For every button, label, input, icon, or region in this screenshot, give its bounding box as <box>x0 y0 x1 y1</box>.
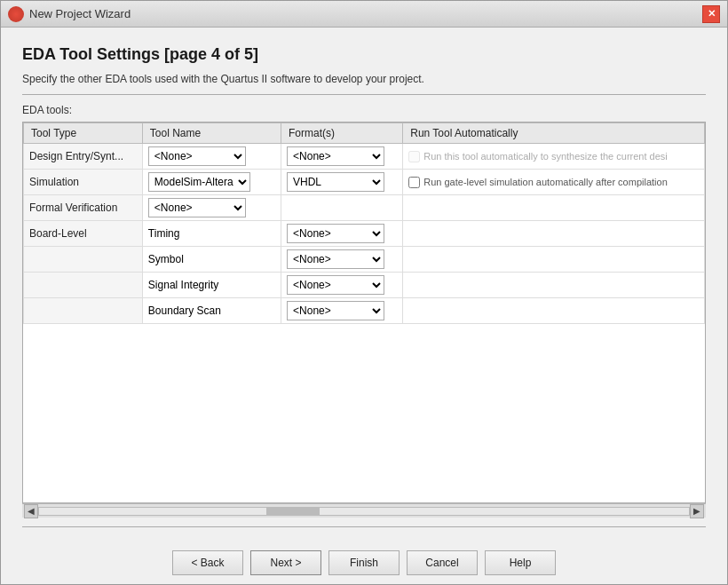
run-auto-label-1: Run this tool automatically to synthesiz… <box>408 151 699 162</box>
title-bar: New Project Wizard ✕ <box>1 1 727 28</box>
design-entry-formats-select[interactable]: <None> <box>287 146 384 166</box>
table-row: Boundary Scan <None> <box>24 298 705 324</box>
main-window: New Project Wizard ✕ EDA Tool Settings [… <box>0 0 728 585</box>
separator-top <box>22 94 706 95</box>
cell-formats: <None> <box>281 247 403 273</box>
table-row: Formal Verification <None> <box>24 195 705 221</box>
cell-formats <box>281 195 403 221</box>
content-area: EDA Tool Settings [page 4 of 5] Specify … <box>1 28 727 542</box>
cell-tool-name: Timing <box>142 221 281 247</box>
signal-integrity-formats-select[interactable]: <None> <box>287 275 384 295</box>
simulation-tool-select[interactable]: ModelSim-Altera <None> <box>148 172 250 192</box>
cell-formats: <None> <box>281 144 403 170</box>
description-text: Specify the other EDA tools used with th… <box>22 73 706 85</box>
cell-tool-name: Boundary Scan <box>142 298 281 324</box>
cell-tool-name: ModelSim-Altera <None> <box>142 170 281 195</box>
back-button[interactable]: < Back <box>172 550 243 575</box>
cell-run-auto <box>403 195 705 221</box>
cell-tool-name: <None> <box>142 144 281 170</box>
cell-tool-type: Board-Level <box>24 221 143 247</box>
cell-tool-type: Formal Verification <box>24 195 143 221</box>
eda-tools-table-container: Tool Type Tool Name Format(s) Run Tool A… <box>22 122 706 503</box>
cell-tool-type: Design Entry/Synt... <box>24 144 143 170</box>
cell-formats: VHDL <None> <box>281 170 403 195</box>
symbol-formats-select[interactable]: <None> <box>287 249 384 269</box>
cell-run-auto <box>403 221 705 247</box>
cell-tool-name: <None> <box>142 195 281 221</box>
cell-run-auto <box>403 298 705 324</box>
cell-tool-type: Simulation <box>24 170 143 195</box>
formal-tool-select[interactable]: <None> <box>148 198 246 217</box>
table-row: Design Entry/Synt... <None> < <box>24 144 705 170</box>
cell-run-auto: Run gate-level simulation automatically … <box>403 170 705 195</box>
run-auto-check-1[interactable] <box>408 151 420 162</box>
col-formats: Format(s) <box>281 123 403 144</box>
table-row: Symbol <None> <box>24 247 705 273</box>
table-header-row: Tool Type Tool Name Format(s) Run Tool A… <box>24 123 705 144</box>
cancel-button[interactable]: Cancel <box>407 550 478 575</box>
horizontal-scrollbar[interactable]: ◀ ▶ <box>22 503 706 518</box>
cell-formats: <None> <box>281 221 403 247</box>
col-tool-type: Tool Type <box>24 123 143 144</box>
cell-run-auto <box>403 247 705 273</box>
separator-bottom <box>22 526 706 527</box>
finish-button[interactable]: Finish <box>328 550 400 575</box>
boundary-scan-formats-select[interactable]: <None> <box>287 301 384 320</box>
table-row: Board-Level Timing <None> <box>24 221 705 247</box>
run-auto-check-2[interactable] <box>408 177 420 188</box>
next-button[interactable]: Next > <box>250 550 321 575</box>
title-bar-left: New Project Wizard <box>8 6 131 22</box>
scroll-track[interactable] <box>38 507 690 516</box>
run-auto-label-2: Run gate-level simulation automatically … <box>408 177 699 188</box>
col-tool-name: Tool Name <box>142 123 281 144</box>
help-button[interactable]: Help <box>485 550 556 575</box>
scroll-thumb[interactable] <box>266 507 320 516</box>
cell-tool-type <box>24 247 143 273</box>
eda-tools-table: Tool Type Tool Name Format(s) Run Tool A… <box>23 123 705 324</box>
table-row: Signal Integrity <None> <box>24 273 705 298</box>
cell-tool-name: Signal Integrity <box>142 273 281 298</box>
page-title: EDA Tool Settings [page 4 of 5] <box>22 45 706 64</box>
col-run-auto: Run Tool Automatically <box>403 123 705 144</box>
app-icon <box>8 6 24 22</box>
close-button[interactable]: ✕ <box>702 5 720 23</box>
cell-tool-type <box>24 273 143 298</box>
cell-tool-name: Symbol <box>142 247 281 273</box>
scroll-right-arrow[interactable]: ▶ <box>690 504 704 518</box>
scroll-left-arrow[interactable]: ◀ <box>24 504 38 518</box>
cell-run-auto <box>403 273 705 298</box>
cell-formats: <None> <box>281 298 403 324</box>
cell-formats: <None> <box>281 273 403 298</box>
timing-formats-select[interactable]: <None> <box>287 224 384 243</box>
design-entry-tool-select[interactable]: <None> <box>148 146 246 166</box>
cell-tool-type <box>24 298 143 324</box>
table-row: Simulation ModelSim-Altera <None> <box>24 170 705 195</box>
window-title: New Project Wizard <box>29 7 131 20</box>
button-bar: < Back Next > Finish Cancel Help <box>1 542 727 584</box>
cell-run-auto: Run this tool automatically to synthesiz… <box>403 144 705 170</box>
simulation-formats-select[interactable]: VHDL <None> <box>287 172 384 192</box>
section-label: EDA tools: <box>22 104 706 116</box>
